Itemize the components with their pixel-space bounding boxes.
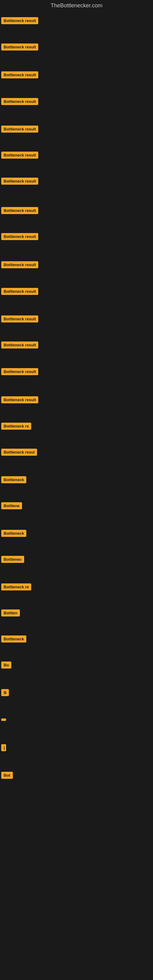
bottleneck-badge[interactable]: Bottleneck result [1, 17, 38, 24]
bottleneck-item: Bottleneck result [1, 178, 38, 186]
bottleneck-item: Bottlenec [1, 556, 24, 564]
bottleneck-badge[interactable]: Bottleneck result [1, 315, 38, 323]
bottleneck-badge[interactable]: Bottleneck result [1, 342, 38, 348]
bottleneck-item: Bottleneck result [1, 315, 38, 324]
bottleneck-item: Bottleneck re [1, 423, 31, 431]
bottleneck-badge[interactable]: Bottleneck result [1, 178, 38, 185]
bottleneck-item: Bottleneck [1, 530, 26, 538]
bottleneck-badge[interactable]: Bo [1, 662, 11, 668]
bottleneck-item: Bottleneck resul [1, 449, 37, 457]
bottleneck-item: Bottleneck result [1, 233, 38, 241]
bottleneck-badge[interactable]: Bottleneck [1, 635, 26, 643]
bottleneck-item: Bottleneck result [1, 342, 38, 350]
bottleneck-item: Bottleneck [1, 476, 26, 485]
bottleneck-badge[interactable]: Bottleneck result [1, 43, 38, 51]
bottleneck-badge[interactable]: B [1, 689, 9, 696]
bottleneck-item: Bo [1, 662, 11, 670]
bottleneck-badge[interactable]: Bottleneck re [1, 423, 31, 430]
bottleneck-item: Bottleneck result [1, 17, 38, 25]
bottleneck-item: Bottlen [1, 609, 20, 618]
bottleneck-badge[interactable]: Bottleneck resul [1, 449, 37, 456]
bottleneck-item: Bottleneck result [1, 72, 38, 80]
bottleneck-badge[interactable]: Bottleneck result [1, 261, 38, 268]
bottleneck-item: B [1, 689, 9, 697]
bottleneck-badge[interactable] [1, 719, 6, 721]
bottleneck-item: Bottleneck result [1, 151, 38, 160]
bottleneck-badge[interactable]: Bottleneck result [1, 72, 38, 78]
bottleneck-badge[interactable]: Bottleneck result [1, 151, 38, 159]
bottleneck-item: Bottleneck result [1, 288, 38, 296]
bottleneck-badge[interactable]: | [1, 744, 6, 751]
bottleneck-badge[interactable]: Bottleneck result [1, 396, 38, 403]
bottleneck-badge[interactable]: Bottleneck result [1, 288, 38, 295]
bottleneck-badge[interactable]: Bottlenec [1, 556, 24, 563]
bottleneck-badge[interactable]: Bottleneck result [1, 368, 38, 375]
bottleneck-badge[interactable]: Bottleneck result [1, 233, 38, 240]
bottleneck-badge[interactable]: Bottleneck result [1, 98, 38, 105]
bottleneck-item: Bot [1, 772, 13, 780]
bottleneck-item: Bottleneck result [1, 261, 38, 269]
bottleneck-badge[interactable]: Bottleneck [1, 530, 26, 537]
bottleneck-badge[interactable]: Bot [1, 772, 13, 779]
bottleneck-item: Bottleneck result [1, 126, 38, 134]
bottleneck-item: Bottleneck result [1, 207, 38, 215]
bottleneck-item: Bottleneck result [1, 43, 38, 52]
bottleneck-item: Bottlene [1, 502, 22, 511]
bottleneck-badge[interactable]: Bottleneck result [1, 207, 38, 214]
site-title: TheBottlenecker.com [0, 0, 153, 13]
bottleneck-item [1, 717, 6, 722]
bottleneck-badge[interactable]: Bottleneck result [1, 126, 38, 133]
bottleneck-badge[interactable]: Bottlene [1, 502, 22, 509]
bottleneck-item: Bottleneck [1, 635, 26, 644]
bottleneck-badge[interactable]: Bottleneck re [1, 584, 31, 590]
bottleneck-item: Bottleneck result [1, 98, 38, 106]
bottleneck-item: Bottleneck result [1, 368, 38, 376]
bottleneck-item: Bottleneck result [1, 396, 38, 404]
bottleneck-badge[interactable]: Bottlen [1, 609, 20, 616]
bottleneck-badge[interactable]: Bottleneck [1, 476, 26, 483]
bottleneck-item: | [1, 744, 6, 752]
bottleneck-item: Bottleneck re [1, 584, 31, 592]
